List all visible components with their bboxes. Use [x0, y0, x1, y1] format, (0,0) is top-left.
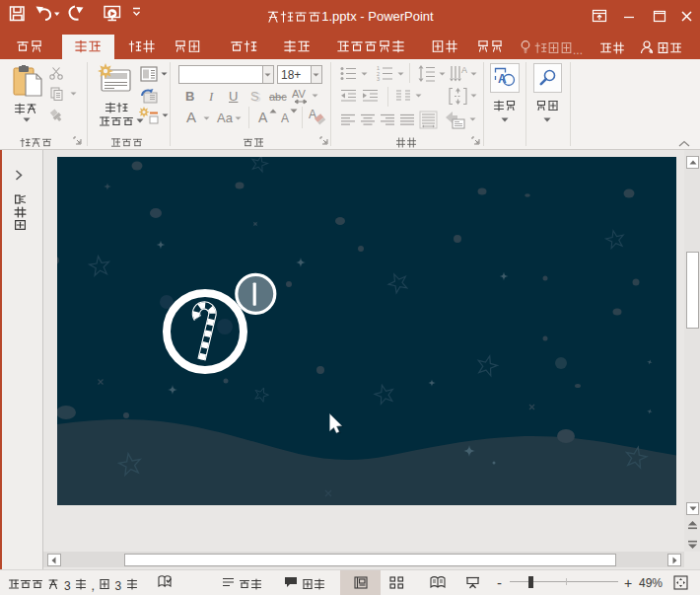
svg-text:A: A [498, 72, 507, 86]
svg-text:AV: AV [292, 89, 307, 100]
svg-text:A: A [461, 65, 467, 75]
svg-text:3: 3 [377, 76, 380, 82]
